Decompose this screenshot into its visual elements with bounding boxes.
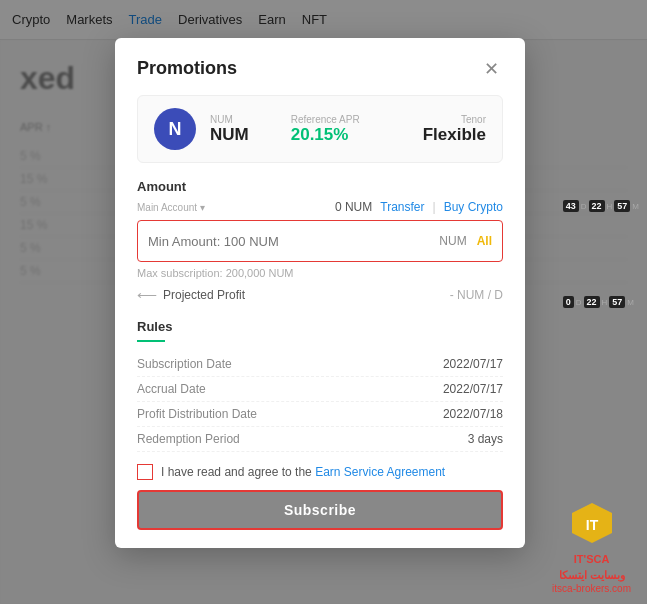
apr-value: 20.15% [291, 125, 360, 145]
rule-accrual-label: Accrual Date [137, 382, 206, 396]
token-apr-section: Reference APR 20.15% [291, 114, 360, 145]
modal-title: Promotions [137, 58, 237, 79]
timer-minutes: 57 [614, 200, 630, 212]
projected-label: ⟵ Projected Profit [137, 287, 245, 303]
amount-input-box[interactable]: NUM All [137, 220, 503, 262]
tenor-label: Tenor [461, 114, 486, 125]
max-subscription: Max subscription: 200,000 NUM [137, 267, 503, 279]
close-button[interactable]: ✕ [480, 60, 503, 78]
rule-row-subscription: Subscription Date 2022/07/17 [137, 352, 503, 377]
rule-row-accrual: Accrual Date 2022/07/17 [137, 377, 503, 402]
token-abbr: NUM [210, 114, 249, 125]
amount-input[interactable] [148, 234, 439, 249]
rule-subscription-label: Subscription Date [137, 357, 232, 371]
rule-profit-dist-value: 2022/07/18 [443, 407, 503, 421]
rule-redemption-value: 3 days [468, 432, 503, 446]
all-button[interactable]: All [477, 234, 492, 248]
account-balance: 0 NUM [335, 200, 372, 214]
watermark-logo-icon: IT [567, 498, 617, 548]
account-right: 0 NUM Transfer | Buy Crypto [335, 200, 503, 214]
timer-hours: 22 [589, 200, 605, 212]
rule-profit-dist-label: Profit Distribution Date [137, 407, 257, 421]
main-account[interactable]: Main Account ▾ [137, 200, 205, 214]
token-name: NUM [210, 125, 249, 145]
transfer-link[interactable]: Transfer [380, 200, 424, 214]
buy-crypto-link[interactable]: Buy Crypto [444, 200, 503, 214]
token-card: N NUM NUM Reference APR 20.15% Tenor Fle… [137, 95, 503, 163]
tenor-value: Flexible [423, 125, 486, 145]
timer-minutes2: 57 [609, 296, 625, 308]
side-timer: 43 D 22 H 57 M 0 D 22 H 57 M [563, 200, 639, 308]
timer-hours2: 22 [584, 296, 600, 308]
token-tenor-section: Tenor Flexible [423, 114, 486, 145]
agreement-row: I have read and agree to the Earn Servic… [137, 464, 503, 480]
watermark: IT IT'SCA وبسایت ایتسکا itsca-brokers.co… [552, 498, 631, 594]
svg-text:IT: IT [585, 517, 598, 533]
input-unit: NUM [439, 234, 466, 248]
watermark-text2: وبسایت ایتسکا [552, 568, 631, 583]
rules-section: Rules Subscription Date 2022/07/17 Accru… [137, 319, 503, 452]
rule-subscription-value: 2022/07/17 [443, 357, 503, 371]
rule-accrual-value: 2022/07/17 [443, 382, 503, 396]
watermark-site: itsca-brokers.com [552, 583, 631, 594]
subscribe-button[interactable]: Subscribe [137, 490, 503, 530]
rules-underline [137, 340, 165, 342]
rules-title: Rules [137, 319, 503, 334]
rule-row-profit-dist: Profit Distribution Date 2022/07/18 [137, 402, 503, 427]
projected-value: - NUM / D [450, 288, 503, 302]
timer-days: 43 [563, 200, 579, 212]
amount-section: Amount Main Account ▾ 0 NUM Transfer | B… [137, 179, 503, 303]
token-info: NUM NUM [210, 114, 249, 145]
agreement-text: I have read and agree to the Earn Servic… [161, 465, 445, 479]
promotions-modal: Promotions ✕ N NUM NUM Reference APR 20.… [115, 38, 525, 548]
modal-header: Promotions ✕ [137, 58, 503, 79]
earn-service-link[interactable]: Earn Service Agreement [315, 465, 445, 479]
token-icon: N [154, 108, 196, 150]
apr-label: Reference APR [291, 114, 360, 125]
projected-profit-row: ⟵ Projected Profit - NUM / D [137, 287, 503, 303]
amount-title: Amount [137, 179, 503, 194]
agreement-checkbox[interactable] [137, 464, 153, 480]
account-row: Main Account ▾ 0 NUM Transfer | Buy Cryp… [137, 200, 503, 214]
chart-icon: ⟵ [137, 287, 157, 303]
watermark-text1: IT'SCA [552, 552, 631, 567]
rule-row-redemption: Redemption Period 3 days [137, 427, 503, 452]
timer-days2: 0 [563, 296, 574, 308]
rule-redemption-label: Redemption Period [137, 432, 240, 446]
